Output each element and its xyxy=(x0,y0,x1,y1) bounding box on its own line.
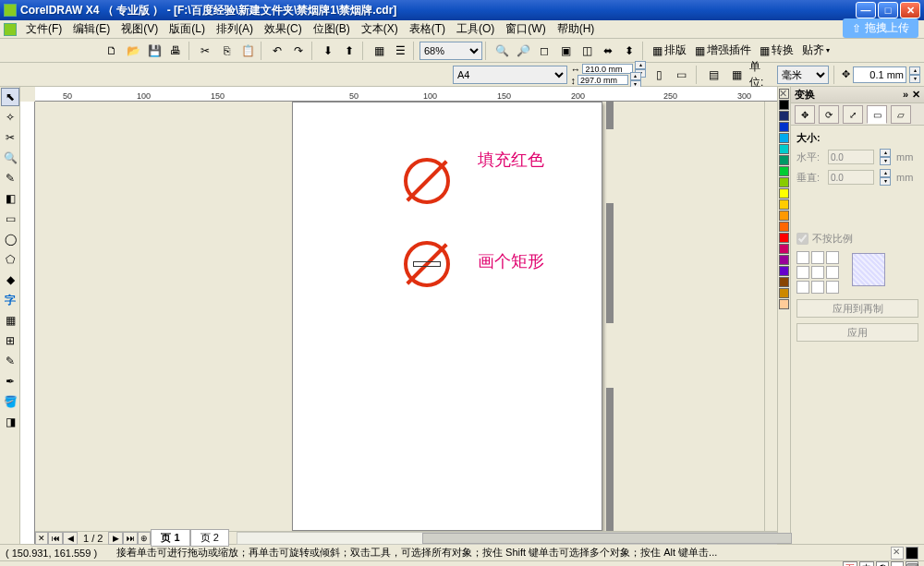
last-page-button[interactable]: ⏭ xyxy=(123,532,138,545)
rectangle-tool[interactable]: ▭ xyxy=(1,210,19,228)
anchor-br[interactable] xyxy=(826,281,839,294)
fill-tool[interactable]: 🪣 xyxy=(1,392,19,411)
color-swatch[interactable] xyxy=(779,266,789,276)
height-up[interactable]: ▴ xyxy=(630,72,641,80)
vert-input[interactable] xyxy=(828,170,874,185)
menu-arrange[interactable]: 排列(A) xyxy=(211,19,259,39)
menu-edit[interactable]: 编辑(E) xyxy=(67,19,116,39)
color-swatch[interactable] xyxy=(779,155,789,165)
color-swatch[interactable] xyxy=(779,100,789,110)
tab-size[interactable]: ▭ xyxy=(867,105,887,124)
color-swatch[interactable] xyxy=(779,111,789,121)
polygon-tool[interactable]: ⬠ xyxy=(1,250,19,269)
color-swatch[interactable] xyxy=(779,133,789,143)
anchor-bc[interactable] xyxy=(811,281,824,294)
v-up[interactable]: ▴ xyxy=(880,169,891,177)
small-rectangle[interactable] xyxy=(413,261,441,267)
convert-button[interactable]: ▦转换 xyxy=(756,42,797,58)
paste-button[interactable]: 📋 xyxy=(237,41,258,61)
redo-button[interactable]: ↷ xyxy=(288,41,309,61)
print-button[interactable]: 🖶 xyxy=(165,41,186,61)
anchor-tl[interactable] xyxy=(796,251,809,264)
eyedropper-tool[interactable]: ✎ xyxy=(1,352,19,370)
color-swatch[interactable] xyxy=(779,277,789,287)
docker-collapse-icon[interactable]: » xyxy=(903,89,908,101)
nudge-down[interactable]: ▾ xyxy=(909,75,920,83)
page[interactable]: 填充红色 画个矩形 xyxy=(292,102,602,531)
anchor-tr[interactable] xyxy=(826,251,839,264)
import-button[interactable]: ⬇ xyxy=(318,41,338,61)
nudge-input[interactable] xyxy=(853,66,906,83)
next-page-button[interactable]: ▶ xyxy=(108,532,123,545)
ime-keyboard-icon[interactable]: ⌨ xyxy=(906,561,918,566)
anchor-tc[interactable] xyxy=(811,251,824,264)
undo-button[interactable]: ↶ xyxy=(267,41,287,61)
menu-effects[interactable]: 效果(C) xyxy=(259,19,308,39)
outline-color-icon[interactable] xyxy=(906,547,918,560)
color-swatch[interactable] xyxy=(779,299,789,309)
zoom-in-icon[interactable]: 🔍 xyxy=(492,41,512,61)
page-layout-2[interactable]: ▦ xyxy=(727,65,747,85)
color-swatch[interactable] xyxy=(779,166,789,176)
zoom-select[interactable]: 68% xyxy=(419,42,482,60)
close-button[interactable]: ✕ xyxy=(900,2,920,18)
menu-help[interactable]: 帮助(H) xyxy=(552,19,601,39)
apply-copy-button[interactable]: 应用到再制 xyxy=(796,299,918,318)
color-swatch[interactable] xyxy=(779,188,789,199)
vertical-scrollbar[interactable] xyxy=(764,102,777,531)
menu-text[interactable]: 文本(X) xyxy=(356,19,404,39)
tab-skew[interactable]: ▱ xyxy=(891,105,911,124)
minimize-button[interactable]: — xyxy=(856,2,876,18)
copy-button[interactable]: ⎘ xyxy=(216,41,237,61)
anchor-grid[interactable] xyxy=(796,251,839,294)
drag-upload-button[interactable]: ⇧ 拖拽上传 xyxy=(843,18,918,38)
smartfill-tool[interactable]: ◧ xyxy=(1,189,19,208)
crop-tool[interactable]: ✂ xyxy=(1,128,19,147)
page-tab-1[interactable]: 页 1 xyxy=(151,529,189,547)
menu-bitmap[interactable]: 位图(B) xyxy=(308,19,356,39)
color-swatch[interactable] xyxy=(779,233,789,243)
ime-shape-icon[interactable]: ◐ xyxy=(876,561,889,566)
new-button[interactable]: 🗋 xyxy=(102,41,122,61)
menu-table[interactable]: 表格(T) xyxy=(404,19,451,39)
anchor-mr[interactable] xyxy=(826,266,839,279)
color-swatch[interactable] xyxy=(779,177,789,187)
basic-shapes-tool[interactable]: ◆ xyxy=(1,271,19,289)
zoom-out-icon[interactable]: 🔎 xyxy=(513,41,533,61)
width-up[interactable]: ▴ xyxy=(635,61,646,69)
page-width-input[interactable] xyxy=(582,64,633,74)
export-button[interactable]: ⬆ xyxy=(339,41,359,61)
color-swatch[interactable] xyxy=(779,122,789,132)
h-down[interactable]: ▾ xyxy=(880,157,891,165)
cut-button[interactable]: ✂ xyxy=(195,41,215,61)
maximize-button[interactable]: □ xyxy=(878,2,898,18)
tab-rotate[interactable]: ⟳ xyxy=(819,105,839,124)
no-symbol-1[interactable] xyxy=(404,158,450,204)
welcome-button[interactable]: ☰ xyxy=(390,41,410,61)
apply-button[interactable]: 应用 xyxy=(796,323,918,342)
color-swatch[interactable] xyxy=(779,244,789,254)
nudge-up[interactable]: ▴ xyxy=(909,66,920,75)
keep-ratio-checkbox[interactable]: 不按比例 xyxy=(796,232,918,246)
snap-button[interactable]: 贴齐▾ xyxy=(798,42,833,58)
zoom-all-icon[interactable]: ▣ xyxy=(555,41,576,61)
text-tool[interactable]: 字 xyxy=(1,291,19,309)
paper-select[interactable]: A4 xyxy=(453,66,567,84)
color-swatch[interactable] xyxy=(779,288,789,298)
page-height-input[interactable] xyxy=(578,75,628,85)
landscape-button[interactable]: ▭ xyxy=(672,65,691,85)
horiz-input[interactable] xyxy=(828,150,874,164)
color-swatch[interactable] xyxy=(779,144,789,154)
save-button[interactable]: 💾 xyxy=(144,41,164,61)
unit-select[interactable]: 毫米 xyxy=(777,66,829,84)
page-tab-2[interactable]: 页 2 xyxy=(190,529,229,547)
page-layout-1[interactable]: ▤ xyxy=(704,65,723,85)
prev-page-button[interactable]: ◀ xyxy=(63,532,78,545)
color-swatch[interactable] xyxy=(779,222,789,232)
zoom-page-icon[interactable]: ◫ xyxy=(577,41,597,61)
interactive-tool[interactable]: ⊞ xyxy=(1,331,19,350)
shape-tool[interactable]: ✧ xyxy=(1,108,19,126)
h-up[interactable]: ▴ xyxy=(880,149,891,157)
portrait-button[interactable]: ▯ xyxy=(649,65,668,85)
pick-tool[interactable]: ⬉ xyxy=(1,88,19,106)
